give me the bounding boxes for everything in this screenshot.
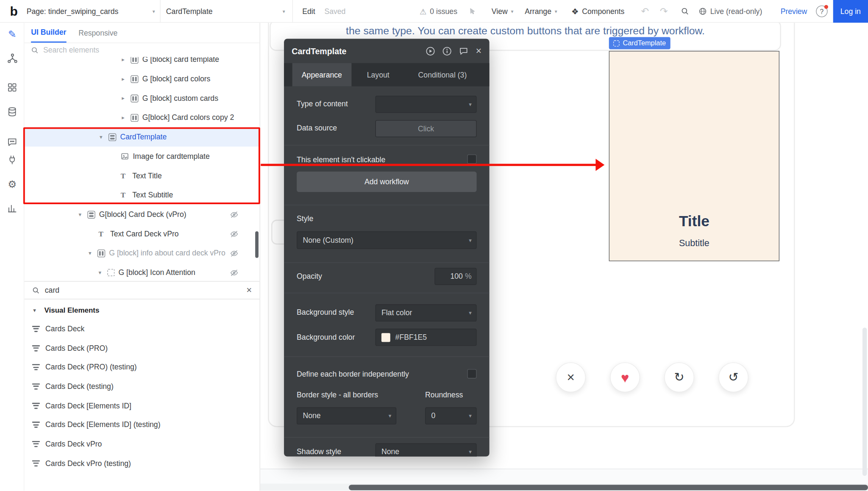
visibility-off-icon[interactable] [230, 249, 239, 258]
chevron-right-icon[interactable]: ▸ [122, 114, 131, 120]
property-editor-header[interactable]: CardTemplate × [284, 39, 490, 63]
page-selector-label: Page: tinder_swiping_cards [27, 7, 119, 16]
dismiss-button[interactable]: × [556, 363, 586, 393]
cards-deck-icon [32, 402, 40, 408]
grid-tab-icon[interactable] [0, 79, 24, 96]
chevron-down-icon[interactable]: ▾ [89, 250, 97, 256]
workflow-tab-icon[interactable] [0, 50, 24, 67]
refresh-icon: ↻ [674, 370, 684, 385]
data-tab-icon[interactable] [0, 103, 24, 120]
list-item[interactable]: Cards Deck vPro (testing) [24, 454, 259, 473]
background-color-swatch[interactable] [381, 333, 390, 342]
visual-elements-section[interactable]: ▾ Visual Elements [24, 302, 259, 317]
run-icon[interactable] [426, 46, 435, 55]
visibility-off-icon[interactable] [230, 229, 239, 238]
clickable-checkbox[interactable] [467, 154, 476, 164]
list-item[interactable]: Cards Deck [24, 319, 259, 338]
like-button[interactable]: ♥ [610, 363, 640, 393]
preview-button[interactable]: Preview [781, 0, 807, 23]
cursor-tool[interactable] [468, 0, 477, 23]
edit-menu[interactable]: Edit [302, 0, 315, 23]
environment-selector[interactable]: Live (read-only) [698, 0, 762, 23]
tab-responsive[interactable]: Responsive [78, 23, 117, 43]
library-filter-input[interactable] [45, 286, 242, 294]
tree-item[interactable]: ▾ G [block] info about card deck vPro [24, 244, 259, 263]
design-tab-icon[interactable]: ✎ [0, 26, 24, 42]
refresh-button[interactable]: ↻ [664, 363, 694, 393]
saved-status: Saved [324, 0, 345, 23]
list-item[interactable]: Cards Deck vPro [24, 434, 259, 453]
border-independent-checkbox[interactable] [467, 369, 476, 378]
tab-layout[interactable]: Layout [360, 63, 396, 86]
add-workflow-button[interactable]: Add workflow [297, 172, 476, 192]
tree-item[interactable]: ▸ G [block] card template [24, 57, 259, 69]
ui-builder-panel: UI Builder Responsive ▸ G [block] card t… [24, 23, 260, 491]
visibility-off-icon[interactable] [230, 268, 239, 277]
search-elements-input[interactable] [43, 46, 253, 54]
group-columns-icon [131, 75, 138, 83]
border-style-dropdown[interactable]: None ▾ [297, 407, 396, 424]
tree-item[interactable]: T Text Card Deck vPro [24, 224, 259, 244]
styles-tab-icon[interactable] [0, 134, 24, 150]
list-item[interactable]: Cards Deck (testing) [24, 377, 259, 396]
chevron-right-icon[interactable]: ▸ [122, 95, 131, 101]
background-color-value: #FBF1E5 [395, 333, 427, 341]
rewind-button[interactable]: ↺ [718, 363, 748, 393]
visibility-off-icon[interactable] [230, 210, 239, 219]
arrange-menu[interactable]: Arrange ▾ [525, 0, 557, 23]
tree-item[interactable]: ▾ G[block] Card Deck (vPro) [24, 205, 259, 224]
list-item-label: Cards Deck (PRO) (testing) [45, 363, 137, 372]
chevron-down-icon: ▾ [555, 8, 557, 14]
tab-ui-builder[interactable]: UI Builder [31, 23, 66, 43]
plugins-tab-icon[interactable] [0, 152, 24, 168]
tab-appearance[interactable]: Appearance [292, 63, 352, 86]
chevron-right-icon[interactable]: ▸ [122, 57, 131, 63]
style-dropdown[interactable]: None (Custom) ▾ [297, 231, 476, 249]
clickable-label: This element isn't clickable [297, 155, 385, 164]
undo-button[interactable]: ↶ [641, 0, 649, 23]
comment-icon[interactable] [459, 46, 468, 55]
issues-label: 0 issues [430, 7, 457, 16]
login-button[interactable]: Log in [833, 0, 868, 23]
background-color-input[interactable]: #FBF1E5 [376, 329, 477, 346]
list-item[interactable]: Cards Deck (PRO) [24, 338, 259, 358]
close-icon[interactable]: × [476, 46, 482, 56]
panel-scrollbar[interactable] [255, 231, 259, 258]
tree-item[interactable]: ▸ G [block] custom cards [24, 89, 259, 108]
view-menu[interactable]: View ▾ [492, 0, 514, 23]
logs-tab-icon[interactable] [0, 200, 24, 217]
bubble-logo[interactable]: b [6, 0, 22, 23]
clear-icon[interactable]: × [246, 285, 252, 296]
shadow-style-dropdown[interactable]: None ▾ [376, 443, 477, 456]
selection-badge[interactable]: CardTemplate [609, 37, 670, 50]
horizontal-scrollbar-thumb[interactable] [349, 485, 868, 490]
tree-item[interactable]: ▸ G[block] Card colors copy 2 [24, 108, 259, 128]
settings-tab-icon[interactable]: ⚙ [0, 176, 24, 192]
info-icon[interactable] [442, 46, 452, 55]
tree-item[interactable]: ▾ G [block] Icon Attention [24, 263, 259, 281]
dropdown-value: None [303, 412, 320, 420]
components-button[interactable]: ❖ Components [571, 0, 624, 23]
data-source-button[interactable]: Click [376, 120, 477, 137]
chevron-down-icon[interactable]: ▾ [98, 269, 107, 275]
vertical-scrollbar-thumb[interactable] [862, 327, 867, 476]
list-item[interactable]: Cards Deck (PRO) (testing) [24, 358, 259, 377]
type-of-content-dropdown[interactable]: ▾ [376, 96, 477, 113]
list-item[interactable]: Cards Deck [Elements ID] (testing) [24, 415, 259, 434]
issues-indicator[interactable]: ⚠ 0 issues [420, 0, 457, 23]
background-style-dropdown[interactable]: Flat color ▾ [376, 304, 477, 321]
type-of-content-label: Type of content [297, 100, 348, 108]
chevron-right-icon[interactable]: ▸ [122, 76, 131, 82]
element-selector[interactable]: CardTemplate ▾ [166, 0, 285, 23]
list-item[interactable]: Cards Deck [Elements ID] [24, 396, 259, 415]
opacity-input[interactable]: 100 % [434, 268, 476, 285]
chevron-down-icon[interactable]: ▾ [78, 211, 87, 217]
page-selector[interactable]: Page: tinder_swiping_cards ▾ [27, 0, 155, 23]
tab-conditional[interactable]: Conditional (3) [412, 63, 473, 86]
roundness-input[interactable]: 0 ▾ [425, 407, 476, 424]
help-button[interactable]: ? [816, 0, 827, 23]
tree-item[interactable]: ▸ G [block] card colors [24, 69, 259, 89]
redo-button[interactable]: ↷ [660, 0, 668, 23]
card-preview[interactable]: Title Subtitle [609, 51, 779, 261]
search-button[interactable] [681, 0, 690, 23]
